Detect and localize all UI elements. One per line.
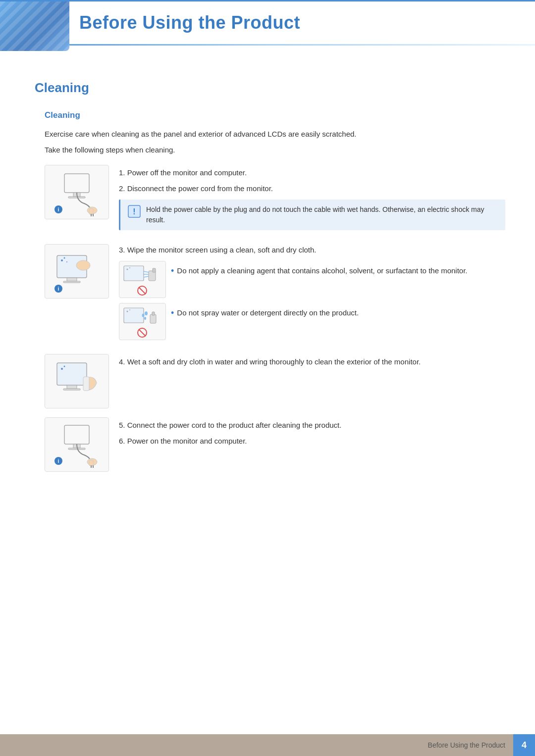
page-header: Before Using the Product [0,0,535,55]
no-chemical-illustration [121,263,163,296]
svg-rect-48 [68,448,85,450]
bullet-1-image [119,261,166,298]
steps-5-6-text: 5. Connect the power cord to the product… [119,417,505,451]
step-4-line: 4. Wet a soft and dry cloth in water and… [119,356,505,368]
svg-rect-52 [93,465,94,468]
svg-rect-51 [91,465,92,468]
page-title: Before Using the Product [0,1,535,44]
svg-line-29 [139,287,146,294]
no-spray-illustration [121,305,163,338]
svg-rect-33 [150,314,156,323]
step-3-row: i 3. Wipe the monitor screen using a cle… [45,244,505,345]
svg-rect-20 [124,266,144,281]
svg-rect-42 [63,389,80,390]
warning-box: ! Hold the power cable by the plug and d… [119,200,505,230]
steps-1-2-text: 1. Power off the monitor and computer. 2… [119,165,505,235]
svg-point-36 [142,314,145,317]
svg-point-32 [129,309,130,310]
step-3-line: 3. Wipe the monitor screen using a clean… [119,244,505,256]
page-footer: Before Using the Product 4 [0,734,535,756]
reconnect-illustration: i [50,421,104,468]
intro-text-2: Take the following steps when cleaning. [30,144,505,156]
wipe-exterior-illustration [50,358,104,405]
svg-point-44 [64,365,65,367]
svg-point-22 [129,267,130,268]
header-bottom-line [0,44,535,46]
bullet-1-text: Do not apply a cleaning agent that conta… [177,265,467,277]
bullet-2-image [119,303,166,340]
plug-illustration: i [50,169,104,216]
svg-text:i: i [58,458,59,464]
svg-rect-24 [153,268,156,272]
svg-rect-5 [91,214,92,216]
svg-rect-41 [67,385,77,389]
wipe-screen-illustration: i [50,248,104,295]
bullet-1-dot: • [171,265,174,277]
svg-point-15 [64,257,65,258]
steps-5-6-image: i [45,417,109,472]
svg-point-37 [144,317,146,320]
svg-rect-2 [68,197,85,198]
warning-text: Hold the power cable by the plug and do … [146,204,498,225]
svg-point-14 [61,259,63,261]
svg-point-21 [127,269,128,270]
header-accent-block [0,1,69,51]
footer-page-number: 4 [513,734,535,756]
svg-text:i: i [58,286,59,292]
svg-rect-6 [93,214,94,216]
svg-line-25 [144,271,149,272]
step-3-block: i 3. Wipe the monitor screen using a cle… [45,244,505,345]
steps-1-2-block: i 1. Power off the monitor and computer.… [45,165,505,235]
svg-rect-34 [152,312,155,315]
steps-5-6-block: i 5. Connect the power cord to the produ… [45,417,505,472]
svg-text:!: ! [133,207,135,216]
svg-point-43 [61,368,63,370]
svg-point-35 [145,311,148,315]
sub-heading: Cleaning [30,110,505,120]
step-2-line: 2. Disconnect the power cord from the mo… [119,183,505,195]
warning-icon: ! [127,204,141,218]
svg-point-17 [76,260,90,270]
header-stripe [0,1,69,51]
step-1-line: 1. Power off the monitor and computer. [119,167,505,179]
step-5-line: 5. Connect the power cord to the product… [119,419,505,431]
main-content: Cleaning Cleaning Exercise care when cle… [0,75,535,520]
intro-text-1: Exercise care when cleaning as the panel… [30,128,505,140]
svg-rect-30 [124,308,144,323]
section-heading: Cleaning [30,80,505,96]
svg-rect-50 [89,460,93,466]
footer-text: Before Using the Product [428,741,513,749]
svg-rect-0 [64,174,89,193]
step-6-line: 6. Power on the monitor and computer. [119,435,505,447]
svg-rect-13 [63,281,80,283]
svg-text:i: i [58,207,59,212]
steps-1-2-image: i [45,165,109,219]
svg-rect-40 [57,363,87,385]
svg-rect-12 [67,278,77,281]
svg-point-16 [66,261,67,262]
svg-rect-46 [64,425,89,444]
bullet-2-dot: • [171,307,174,319]
step-3-content: 3. Wipe the monitor screen using a clean… [119,244,505,345]
svg-rect-45 [83,377,89,391]
svg-line-39 [139,329,146,336]
step-4-block: 4. Wet a soft and dry cloth in water and… [45,354,505,408]
step-4-text: 4. Wet a soft and dry cloth in water and… [119,354,505,372]
svg-line-27 [144,276,149,277]
step-4-image [45,354,109,408]
step-3-image: i [45,244,109,299]
svg-point-31 [127,311,128,312]
svg-rect-4 [89,208,93,214]
bullet-2-text: Do not spray water or detergent directly… [177,307,359,319]
